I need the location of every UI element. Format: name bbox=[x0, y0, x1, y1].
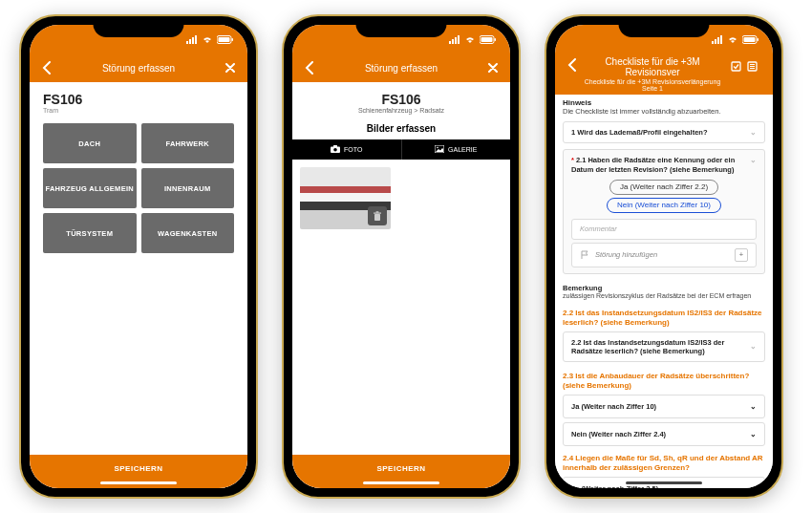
action-icon-2[interactable] bbox=[747, 58, 758, 75]
comment-input[interactable]: Kommentar bbox=[571, 219, 757, 239]
question-2-4-heading: 2.4 Liegen die Maße für Sd, Sh, qR und d… bbox=[563, 454, 765, 473]
svg-rect-29 bbox=[732, 62, 740, 71]
signal-icon bbox=[449, 35, 460, 44]
svg-rect-28 bbox=[758, 38, 759, 41]
phone-frame-2: Störung erfassen FS106 Schienenfahrzeug … bbox=[282, 14, 521, 499]
screen-title: Störung erfassen bbox=[317, 63, 485, 74]
plus-icon[interactable]: + bbox=[735, 248, 748, 262]
remark-text: zulässigen Revisionszyklus der Radsätze … bbox=[563, 292, 765, 299]
question-2-2-heading: 2.2 Ist das Instandsetzungsdatum IS2/IS3… bbox=[563, 309, 765, 328]
photo-thumbnails bbox=[292, 160, 510, 237]
tile-tuersystem[interactable]: TÜRSYSTEM bbox=[43, 213, 137, 253]
chevron-down-icon: ⌄ bbox=[750, 430, 757, 438]
foto-label: FOTO bbox=[344, 146, 362, 153]
top-bar: Störung erfassen bbox=[292, 53, 510, 82]
phone-frame-1: Störung erfassen FS106 Tram DACH FAHRWER… bbox=[19, 14, 258, 499]
content-body: FS106 Schienenfahrzeug > Radsatz Bilder … bbox=[292, 82, 510, 488]
svg-rect-8 bbox=[452, 39, 454, 44]
notch bbox=[94, 16, 184, 37]
hint-heading: Hinweis bbox=[563, 98, 765, 107]
option-group: Ja (Weiter nach Ziffer 2.2) Nein (Weiter… bbox=[571, 180, 757, 213]
svg-point-18 bbox=[437, 147, 438, 149]
tile-fahrzeug-allgemein[interactable]: FAHRZEUG ALLGEMEIN bbox=[43, 168, 137, 208]
content-body: FS106 Tram DACH FAHRWERK FAHRZEUG ALLGEM… bbox=[30, 82, 247, 488]
home-indicator[interactable] bbox=[626, 481, 702, 484]
wifi-icon bbox=[727, 35, 738, 44]
vehicle-header: FS106 Schienenfahrzeug > Radsatz bbox=[292, 82, 510, 118]
option-nein[interactable]: Nein (Weiter nach Ziffer 10) bbox=[607, 198, 721, 213]
signal-icon bbox=[186, 35, 198, 44]
wifi-icon bbox=[202, 35, 213, 44]
vehicle-type: Tram bbox=[43, 107, 234, 114]
wifi-icon bbox=[464, 35, 476, 44]
vehicle-header: FS106 Tram bbox=[30, 82, 247, 118]
galerie-button[interactable]: GALERIE bbox=[402, 139, 511, 160]
svg-rect-24 bbox=[717, 37, 719, 44]
svg-rect-19 bbox=[374, 214, 380, 221]
tile-fahrwerk[interactable]: FAHRWERK bbox=[141, 123, 235, 163]
svg-rect-25 bbox=[720, 35, 722, 44]
svg-rect-15 bbox=[333, 145, 337, 147]
screen-3: Checkliste für die +3M Revisionsver Chec… bbox=[555, 25, 773, 488]
chevron-down-icon: ⌄ bbox=[750, 484, 757, 488]
delete-photo-button[interactable] bbox=[368, 206, 387, 225]
svg-rect-27 bbox=[744, 37, 756, 42]
home-indicator[interactable] bbox=[100, 481, 177, 484]
svg-rect-13 bbox=[495, 38, 497, 41]
photo-thumbnail[interactable] bbox=[300, 167, 391, 229]
add-fault-row[interactable]: Störung hinzufügen + bbox=[571, 243, 757, 267]
title-sub: Checkliste für die +3M Revisionsverlänge… bbox=[580, 78, 725, 92]
svg-rect-2 bbox=[192, 37, 194, 44]
add-fault-label: Störung hinzufügen bbox=[595, 250, 657, 259]
option-2-3-ja[interactable]: Ja (Weiter nach Ziffer 10) ⌄ bbox=[563, 395, 765, 418]
foto-button[interactable]: FOTO bbox=[292, 139, 402, 160]
question-1-label: 1 Wird das Lademaß/Profil eingehalten? bbox=[571, 128, 707, 137]
svg-rect-22 bbox=[712, 41, 714, 44]
svg-rect-3 bbox=[195, 35, 197, 44]
vehicle-id: FS106 bbox=[292, 92, 510, 107]
close-button[interactable] bbox=[485, 63, 501, 73]
tile-dach[interactable]: DACH bbox=[43, 123, 137, 163]
svg-rect-7 bbox=[449, 41, 451, 44]
screen-title: Checkliste für die +3M Revisionsver Chec… bbox=[580, 56, 725, 92]
remark-heading: Bemerkung bbox=[563, 284, 765, 292]
close-button[interactable] bbox=[223, 63, 238, 73]
svg-rect-5 bbox=[219, 37, 230, 42]
tile-innenraum[interactable]: INNENRAUM bbox=[141, 168, 235, 208]
home-indicator[interactable] bbox=[363, 481, 439, 484]
svg-rect-9 bbox=[455, 37, 457, 44]
content-body[interactable]: Hinweis Die Checkliste ist immer vollstä… bbox=[555, 95, 773, 488]
section-title: Bilder erfassen bbox=[292, 118, 510, 139]
svg-rect-1 bbox=[189, 39, 191, 44]
question-2-1-label: *2.1 Haben die Radsätze eine Kennung ode… bbox=[571, 156, 750, 174]
chevron-up-icon[interactable]: ⌄ bbox=[750, 156, 757, 164]
galerie-label: GALERIE bbox=[448, 146, 477, 153]
svg-rect-33 bbox=[750, 68, 755, 69]
back-button[interactable] bbox=[565, 58, 580, 72]
back-button[interactable] bbox=[302, 61, 317, 75]
svg-point-16 bbox=[333, 148, 337, 152]
vehicle-id: FS106 bbox=[43, 92, 234, 107]
breadcrumb: Schienenfahrzeug > Radsatz bbox=[292, 107, 510, 114]
camera-icon bbox=[331, 145, 340, 154]
battery-icon bbox=[480, 35, 497, 44]
screen-title: Störung erfassen bbox=[54, 63, 223, 74]
flag-icon: Störung hinzufügen bbox=[580, 250, 657, 260]
svg-rect-12 bbox=[481, 37, 493, 42]
option-2-4-ja-label: Ja (Weiter nach Ziffer 2.5) bbox=[571, 484, 658, 488]
camera-toolbar: FOTO GALERIE bbox=[292, 139, 510, 160]
question-1-card[interactable]: 1 Wird das Lademaß/Profil eingehalten? ⌄ bbox=[563, 121, 765, 143]
question-2-2-card[interactable]: 2.2 Ist das Instandsetzungsdatum IS2/IS3… bbox=[563, 331, 765, 363]
option-2-3-nein[interactable]: Nein (Weiter nach Ziffer 2.4) ⌄ bbox=[563, 422, 765, 446]
back-button[interactable] bbox=[39, 61, 54, 75]
hint-text: Die Checkliste ist immer vollständig abz… bbox=[563, 107, 765, 116]
option-ja[interactable]: Ja (Weiter nach Ziffer 2.2) bbox=[609, 180, 718, 195]
question-2-1-card: *2.1 Haben die Radsätze eine Kennung ode… bbox=[563, 149, 765, 273]
battery-icon bbox=[742, 35, 759, 44]
chevron-down-icon: ⌄ bbox=[750, 342, 757, 351]
tile-wagenkasten[interactable]: WAGENKASTEN bbox=[141, 213, 235, 253]
signal-icon bbox=[712, 35, 723, 44]
option-2-3-ja-label: Ja (Weiter nach Ziffer 10) bbox=[571, 402, 656, 411]
action-icon-1[interactable] bbox=[731, 58, 741, 75]
screen-2: Störung erfassen FS106 Schienenfahrzeug … bbox=[292, 25, 510, 488]
